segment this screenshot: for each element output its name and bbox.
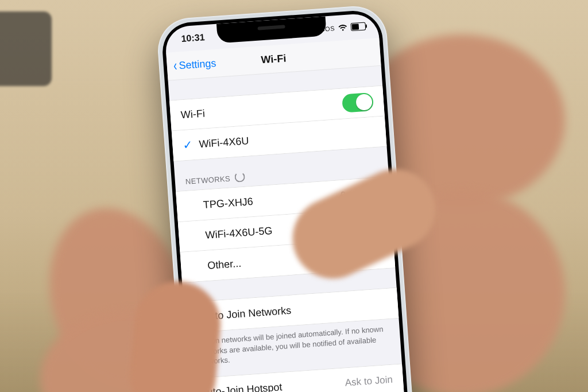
battery-icon [350, 22, 366, 32]
clock: 10:31 [181, 32, 205, 44]
wifi-toggle-label: Wi-Fi [180, 98, 343, 121]
wifi-toggle[interactable] [342, 92, 374, 113]
photo-scene: 10:31 SOS ‹ Settings Wi-Fi [0, 0, 588, 392]
page-title: Wi-Fi [261, 52, 287, 66]
auto-hotspot-value: Ask to Join [345, 374, 393, 389]
chevron-left-icon: ‹ [173, 58, 177, 73]
background-object [0, 11, 52, 86]
networks-header-label: Networks [185, 174, 230, 186]
back-label: Settings [179, 57, 216, 71]
ask-to-join-label: Ask to Join Networks [195, 298, 388, 323]
auto-hotspot-label: Auto-Join Hotspot [200, 377, 346, 392]
back-button[interactable]: ‹ Settings [172, 56, 216, 73]
connected-network-name: WiFi-4X6U [199, 126, 376, 150]
wifi-icon [338, 24, 348, 32]
checkmark-icon: ✓ [183, 137, 200, 152]
loading-spinner-icon [234, 172, 245, 183]
